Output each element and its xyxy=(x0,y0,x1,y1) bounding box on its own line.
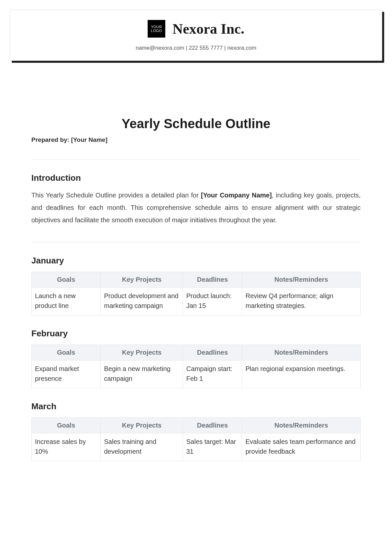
contact-line: name@nexora.com | 222 555 7777 | nexora.… xyxy=(17,45,375,51)
page-title: Yearly Schedule Outline xyxy=(31,116,361,131)
month-heading-march: March xyxy=(31,401,361,412)
table-header-row: Goals Key Projects Deadlines Notes/Remin… xyxy=(32,418,361,433)
cell-deadlines: Sales target: Mar 31 xyxy=(183,433,242,461)
month-heading-february: February xyxy=(31,329,361,339)
company-name: Nexora Inc. xyxy=(172,21,244,37)
intro-company-placeholder: [Your Company Name] xyxy=(201,192,272,199)
prepared-by: Prepared by: [Your Name] xyxy=(31,136,361,143)
col-goals: Goals xyxy=(32,418,101,433)
cell-notes: Review Q4 performance; align marketing s… xyxy=(242,288,361,315)
document-body: Yearly Schedule Outline Prepared by: [Yo… xyxy=(0,116,392,461)
schedule-table-february: Goals Key Projects Deadlines Notes/Remin… xyxy=(31,345,361,388)
letterhead: YOUR LOGO Nexora Inc. name@nexora.com | … xyxy=(10,10,382,61)
cell-deadlines: Campaign start: Feb 1 xyxy=(183,361,242,388)
introduction-heading: Introduction xyxy=(31,173,361,183)
col-deadlines: Deadlines xyxy=(183,345,242,361)
logo-text-line1: YOUR xyxy=(151,25,162,29)
table-row: Increase sales by 10% Sales training and… xyxy=(32,433,361,461)
schedule-table-march: Goals Key Projects Deadlines Notes/Remin… xyxy=(31,417,361,461)
cell-deadlines: Product launch: Jan 15 xyxy=(183,288,242,315)
divider xyxy=(31,159,361,160)
col-goals: Goals xyxy=(32,272,101,288)
cell-notes: Evaluate sales team performance and prov… xyxy=(242,433,361,461)
cell-projects: Sales training and development xyxy=(101,433,183,461)
col-projects: Key Projects xyxy=(101,345,183,361)
logo-placeholder: YOUR LOGO xyxy=(148,20,165,38)
cell-goals: Increase sales by 10% xyxy=(32,433,101,461)
col-notes: Notes/Reminders xyxy=(242,418,361,433)
table-header-row: Goals Key Projects Deadlines Notes/Remin… xyxy=(32,272,361,288)
col-projects: Key Projects xyxy=(101,272,183,288)
schedule-table-january: Goals Key Projects Deadlines Notes/Remin… xyxy=(31,272,361,315)
intro-before: This Yearly Schedule Outline provides a … xyxy=(31,192,201,199)
cell-notes: Plan regional expansion meetings. xyxy=(242,361,361,388)
col-projects: Key Projects xyxy=(101,418,183,433)
month-heading-january: January xyxy=(31,256,361,266)
col-goals: Goals xyxy=(32,345,101,361)
cell-goals: Expand market presence xyxy=(32,361,101,388)
introduction-text: This Yearly Schedule Outline provides a … xyxy=(31,189,361,226)
col-notes: Notes/Reminders xyxy=(242,345,361,361)
col-notes: Notes/Reminders xyxy=(242,272,361,288)
table-header-row: Goals Key Projects Deadlines Notes/Remin… xyxy=(32,345,361,361)
col-deadlines: Deadlines xyxy=(183,418,242,433)
table-row: Launch a new product line Product develo… xyxy=(32,288,361,315)
cell-goals: Launch a new product line xyxy=(32,288,101,315)
brand-row: YOUR LOGO Nexora Inc. xyxy=(148,20,244,38)
col-deadlines: Deadlines xyxy=(183,272,242,288)
divider xyxy=(31,242,361,243)
cell-projects: Begin a new marketing campaign xyxy=(101,361,183,388)
cell-projects: Product development and marketing campai… xyxy=(101,288,183,315)
logo-text-line2: LOGO xyxy=(151,29,162,33)
table-row: Expand market presence Begin a new marke… xyxy=(32,361,361,388)
